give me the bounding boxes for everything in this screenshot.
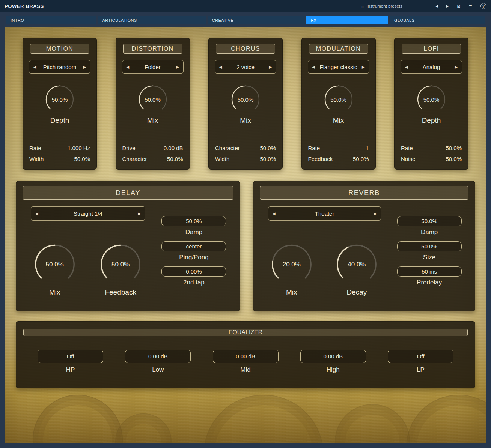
arrow-right-icon[interactable]: ▶ [450, 65, 462, 69]
delay-pingpong-field[interactable]: center [161, 241, 226, 251]
modulation-mix-knob[interactable]: 50.0% [322, 82, 355, 116]
fx-panel-modulation: MODULATION ◀ Flanger classic ▶ 50.0% Mix… [301, 38, 376, 170]
knob-label: Mix [268, 288, 316, 296]
knob-value: 50.0% [136, 96, 170, 102]
arrow-right-icon[interactable]: ▶ [79, 65, 90, 69]
tab-intro[interactable]: INTRO [6, 16, 96, 24]
distortion-mix-knob[interactable]: 50.0% [136, 82, 170, 116]
eq-mid-field[interactable]: 0.00 dB [213, 350, 279, 363]
reverb-size-field[interactable]: 50.0% [397, 241, 462, 251]
reverb-mode-selector[interactable]: ◀ Theater ▶ [268, 206, 381, 221]
delay-left-column: ◀ Straight 1/4 ▶ 50.0% M [22, 206, 154, 307]
arrow-right-icon[interactable]: ▶ [134, 212, 145, 216]
param-row[interactable]: Feedback 50.0% [308, 153, 369, 164]
param-row[interactable]: Character 50.0% [122, 153, 183, 164]
chorus-title-button[interactable]: CHORUS [216, 44, 275, 54]
motion-mode-selector[interactable]: ◀ Pitch random ▶ [29, 60, 90, 74]
arrow-right-icon[interactable]: ▶ [370, 212, 381, 216]
lofi-params: Rate 50.0% Noise 50.0% [399, 143, 463, 165]
prev-preset-arrow-icon[interactable]: ◀ [435, 5, 438, 8]
param-row[interactable]: Rate 50.0% [401, 143, 462, 153]
param-value: 50.0% [353, 153, 369, 164]
param-name: Rate [401, 143, 413, 153]
engraving-ring [203, 395, 324, 443]
delay-title-button[interactable]: DELAY [23, 186, 233, 200]
motion-depth-knob[interactable]: 50.0% [43, 82, 77, 116]
equalizer-title-button[interactable]: EQUALIZER [23, 329, 468, 336]
param-value: 50.0% [446, 153, 462, 164]
tab-globals[interactable]: GLOBALS [390, 16, 485, 24]
window-resize-icon[interactable]: ⊠ [457, 4, 461, 8]
presets-label: Instrument presets [366, 4, 402, 8]
param-row[interactable]: Width 50.0% [29, 153, 90, 164]
chorus-mix-knob[interactable]: 50.0% [229, 82, 262, 116]
tab-creative[interactable]: CREATIVE [208, 16, 305, 24]
eq-low-field[interactable]: 0.00 dB [125, 350, 191, 363]
param-row[interactable]: Width 50.0% [215, 153, 276, 164]
param-name: Character [215, 143, 240, 153]
fx-panel-distortion: DISTORTION ◀ Folder ▶ 50.0% Mix Drive [116, 38, 190, 170]
eq-hp-field[interactable]: Off [38, 350, 103, 363]
field-label: Ping/Pong [154, 253, 234, 262]
param-row[interactable]: Character 50.0% [215, 143, 276, 153]
param-row[interactable]: Drive 0.00 dB [122, 143, 183, 153]
reverb-damp-field[interactable]: 50.0% [397, 216, 462, 226]
delay-damp-field[interactable]: 50.0% [161, 216, 226, 226]
arrow-left-icon[interactable]: ◀ [122, 65, 134, 69]
eq-lp-field[interactable]: Off [388, 350, 453, 363]
eq-high-field[interactable]: 0.00 dB [300, 350, 366, 363]
distortion-mode-selector[interactable]: ◀ Folder ▶ [122, 60, 184, 74]
tab-fx[interactable]: FX [306, 16, 388, 24]
presets-grid-icon: ⠿ [361, 4, 364, 8]
knob-value: 50.0% [96, 261, 145, 268]
param-value: 1 [366, 143, 369, 153]
delay-mode-selector[interactable]: ◀ Straight 1/4 ▶ [31, 206, 145, 221]
arrow-left-icon[interactable]: ◀ [29, 65, 41, 69]
arrow-left-icon[interactable]: ◀ [308, 65, 319, 69]
reverb-mix-knob[interactable]: 20.0% [268, 239, 316, 287]
knob-value: 50.0% [43, 96, 77, 102]
knob-value: 50.0% [229, 96, 262, 102]
arrow-left-icon[interactable]: ◀ [268, 212, 280, 216]
motion-params: Rate 1.000 Hz Width 50.0% [28, 143, 92, 165]
param-row[interactable]: Noise 50.0% [401, 153, 462, 164]
reverb-title-button[interactable]: REVERB [260, 186, 468, 200]
knob-label: Mix [214, 116, 277, 125]
chorus-mode-value: 2 voice [226, 64, 265, 70]
param-value: 0.00 dB [164, 143, 183, 153]
modulation-params: Rate 1 Feedback 50.0% [307, 143, 371, 165]
delay-feedback-knob[interactable]: 50.0% [96, 239, 145, 287]
motion-title-button[interactable]: MOTION [30, 44, 89, 54]
reverb-predelay-field[interactable]: 50 ms [397, 266, 462, 277]
arrow-right-icon[interactable]: ▶ [172, 65, 183, 69]
modulation-title-button[interactable]: MODULATION [309, 44, 368, 54]
arrow-right-icon[interactable]: ▶ [358, 65, 369, 69]
help-icon[interactable]: ? [480, 3, 486, 9]
arrow-left-icon[interactable]: ◀ [31, 212, 42, 216]
arrow-left-icon[interactable]: ◀ [215, 65, 226, 69]
chorus-mode-selector[interactable]: ◀ 2 voice ▶ [215, 60, 276, 74]
distortion-mode-value: Folder [133, 64, 172, 70]
arrow-left-icon[interactable]: ◀ [401, 65, 412, 69]
modulation-mode-selector[interactable]: ◀ Flanger classic ▶ [308, 60, 369, 74]
distortion-title-button[interactable]: DISTORTION [123, 44, 182, 54]
eq-low-group: 0.00 dB Low [125, 350, 191, 374]
param-name: Rate [29, 143, 41, 153]
plugin-window: POWER BRASS ⠿ Instrument presets ◀ ▶ ⊠ ≡… [0, 0, 491, 448]
lofi-title-button[interactable]: LOFI [402, 44, 461, 54]
param-row[interactable]: Rate 1.000 Hz [29, 143, 90, 153]
tab-articulations[interactable]: ARTICULATIONS [98, 16, 206, 24]
instrument-presets-button[interactable]: ⠿ Instrument presets [361, 4, 402, 8]
field-label: Predelay [389, 278, 469, 287]
knob-value: 40.0% [333, 261, 381, 268]
delay-2ndtap-field[interactable]: 0.00% [161, 266, 226, 277]
lofi-depth-knob[interactable]: 50.0% [414, 82, 448, 116]
next-preset-arrow-icon[interactable]: ▶ [446, 5, 449, 8]
reverb-decay-knob[interactable]: 40.0% [333, 239, 381, 287]
delay-mix-knob[interactable]: 50.0% [31, 239, 79, 287]
arrow-right-icon[interactable]: ▶ [265, 65, 276, 69]
lofi-mode-selector[interactable]: ◀ Analog ▶ [401, 60, 462, 74]
param-row[interactable]: Rate 1 [308, 143, 369, 153]
menu-icon[interactable]: ≡ [469, 4, 472, 8]
fx-panel-chorus: CHORUS ◀ 2 voice ▶ 50.0% Mix Character [208, 38, 283, 170]
